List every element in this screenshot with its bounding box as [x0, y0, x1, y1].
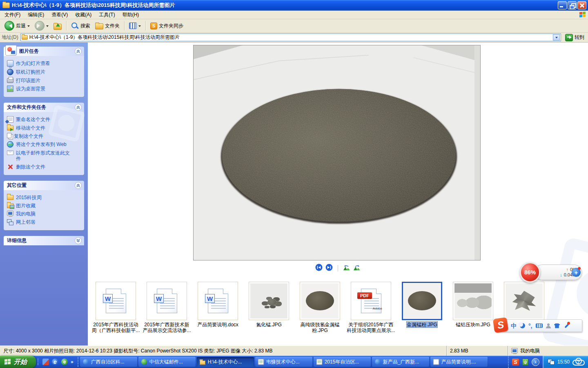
sogou-tray-icon[interactable]: S	[512, 359, 519, 366]
folders-button[interactable]: 文件夹	[93, 21, 122, 30]
address-folder-icon	[22, 35, 28, 40]
thumbnail-label[interactable]: 高纯级脱氢金属锰粉.JPG	[295, 322, 345, 333]
rotate-clockwise-button[interactable]	[353, 265, 361, 272]
thumbnail[interactable]: W 2015年广西科技活动周（广西科技创新平...	[91, 282, 140, 333]
forward-button[interactable]	[33, 20, 51, 31]
address-dropdown-icon[interactable]	[553, 34, 560, 40]
taskbar-window-button[interactable]: H:\4-技术中心...	[197, 357, 254, 367]
usb-device-icon[interactable]: ψ	[522, 359, 528, 366]
thumbnail[interactable]: W 2015年广西新技术新产品展示交流活动参...	[142, 282, 192, 333]
green-browser-icon[interactable]: e	[61, 359, 68, 365]
place-link[interactable]: 图片收藏	[7, 202, 82, 210]
taskbar-window-button[interactable]: 新产品_广西新...	[372, 357, 429, 367]
folder-sync-button[interactable]: S 文件夹同步	[148, 22, 185, 30]
thumbnail-label[interactable]: 产品简要说明.docx	[197, 322, 238, 328]
thumbnail[interactable]: 金属锰粉.JPG	[397, 282, 447, 333]
go-button[interactable]: 转到	[563, 34, 586, 42]
network-icon[interactable]	[548, 359, 555, 365]
expand-chevron-icon[interactable]	[75, 237, 82, 244]
start-button[interactable]: 开始	[0, 356, 36, 368]
thumbnail-label[interactable]: 2015年广西科技活动周（广西科技创新平...	[91, 322, 140, 333]
close-button[interactable]	[577, 1, 586, 9]
thumbnail-label[interactable]: 锰铝压块m.JPG	[456, 322, 490, 328]
thumbnail-image[interactable]: PDF Adobe	[351, 282, 391, 320]
plus-button[interactable]: +	[572, 268, 581, 277]
thumbnail-image[interactable]	[453, 282, 493, 320]
speed-ball-percent[interactable]: 86%	[520, 262, 540, 283]
menu-item[interactable]: 文件(F)	[1, 11, 24, 18]
task-link[interactable]: 以电子邮件形式发送此文件	[7, 149, 82, 163]
taskbar-app-icon	[199, 361, 205, 365]
panel-header[interactable]: 其它位置	[4, 181, 84, 190]
taskbar-window-button[interactable]: 广西自治区科...	[80, 357, 137, 367]
task-link[interactable]: 删除这个文件	[7, 163, 82, 171]
next-image-button[interactable]	[325, 264, 333, 272]
forward-dropdown-icon[interactable]	[46, 25, 49, 28]
place-link[interactable]: 网上邻居	[7, 218, 82, 227]
sogou-logo-icon[interactable]: S	[493, 317, 508, 332]
task-link[interactable]: 将这个文件发布到 Web	[7, 140, 82, 149]
taskbar-window-button[interactable]: 韦慷技术中心...	[255, 357, 312, 367]
internet-explorer-icon[interactable]: e	[52, 359, 58, 365]
punctuation-icon[interactable]: °,	[528, 323, 532, 329]
back-dropdown-icon[interactable]	[27, 25, 30, 28]
panel-header[interactable]: 详细信息	[4, 236, 84, 245]
thumbnail-label[interactable]: 2015年广西新技术新产品展示交流活动参...	[142, 322, 192, 333]
moon-icon[interactable]	[520, 323, 525, 328]
views-button[interactable]	[127, 22, 143, 30]
ime-mode-chinese[interactable]: 中	[511, 323, 517, 329]
menu-item[interactable]: 编辑(E)	[24, 11, 48, 18]
back-button[interactable]: 后退	[2, 20, 32, 31]
task-link[interactable]: 设为桌面背景	[7, 85, 82, 93]
collapse-chevron-icon[interactable]	[75, 48, 82, 55]
rotate-counterclockwise-button[interactable]	[343, 265, 350, 272]
thumbnail[interactable]: 氮化锰.JPG	[244, 282, 294, 333]
thumbnail-image[interactable]	[504, 282, 544, 320]
previous-image-button[interactable]	[315, 264, 323, 272]
taskbar-window-button[interactable]: 产品简要说明....	[430, 357, 488, 367]
taskbar-window-button[interactable]: 中信大锰邮件...	[138, 357, 196, 367]
menu-item[interactable]: 帮助(H)	[119, 11, 143, 18]
task-link[interactable]: 打印该图片	[7, 76, 82, 85]
panel-header[interactable]: 图片任务	[4, 47, 84, 56]
minimize-button[interactable]	[558, 1, 567, 9]
task-icon	[7, 141, 13, 148]
keyboard-icon[interactable]	[536, 323, 543, 328]
taskbar-window-button[interactable]: 2015年自治区...	[314, 357, 371, 367]
clock[interactable]: 15:50	[557, 359, 570, 365]
collapse-tray-icon[interactable]: ‹	[532, 358, 539, 366]
restore-button[interactable]	[568, 1, 577, 9]
place-link[interactable]: 我的电脑	[7, 210, 82, 218]
search-button[interactable]: 搜索	[69, 21, 92, 31]
thumbnail-image[interactable]	[402, 282, 442, 320]
thumbnail[interactable]: W 产品简要说明.docx	[193, 282, 243, 333]
thumbnail-label[interactable]: 关于组织2015年广西科技活动周重点展示...	[346, 322, 396, 333]
thumbnail-image[interactable]	[249, 282, 289, 320]
thumbnail-image[interactable]: W	[96, 282, 136, 320]
thumbnail[interactable]: 高纯级脱氢金属锰粉.JPG	[295, 282, 345, 333]
thumbnail[interactable]: PDF Adobe 关于组织2015年广西科技活动周重点展示...	[346, 282, 396, 333]
thumbnail-image[interactable]: W	[198, 282, 238, 320]
thumbnail-image[interactable]	[300, 282, 340, 320]
quick-launch-overflow[interactable]: »	[71, 359, 74, 365]
menu-item[interactable]: 工具(T)	[95, 11, 118, 18]
thumbnail[interactable]: 锰铝压块m.JPG	[448, 282, 498, 333]
thumbnail-image[interactable]: W	[147, 282, 187, 320]
speed-ball-widget[interactable]: 86% 0K/s 0.04K/s +	[520, 262, 582, 283]
place-link[interactable]: 2015科技周	[7, 193, 82, 202]
settings-wrench-icon[interactable]	[564, 323, 569, 329]
menu-item[interactable]: 查看(V)	[48, 11, 71, 18]
menu-item[interactable]: 收藏(A)	[71, 11, 95, 18]
thumbnail-label[interactable]: 金属锰粉.JPG	[407, 322, 437, 328]
address-input[interactable]: H:\4-技术中心\（1-9）各项科技活动\2015科技周\科技活动周所需图片	[20, 34, 561, 41]
task-link[interactable]: 联机订购照片	[7, 68, 82, 76]
thumbnail-label[interactable]: 氮化锰.JPG	[256, 322, 282, 328]
up-button[interactable]	[51, 21, 64, 31]
collapse-chevron-icon[interactable]	[75, 182, 82, 189]
skin-icon[interactable]	[554, 323, 560, 328]
task-link[interactable]: 作为幻灯片查看	[7, 59, 82, 68]
person-icon[interactable]	[546, 323, 551, 328]
views-dropdown-icon[interactable]	[138, 25, 141, 28]
quick-launch-app-icon[interactable]	[42, 359, 49, 365]
cloud-help-icon[interactable]: ?	[572, 359, 584, 366]
